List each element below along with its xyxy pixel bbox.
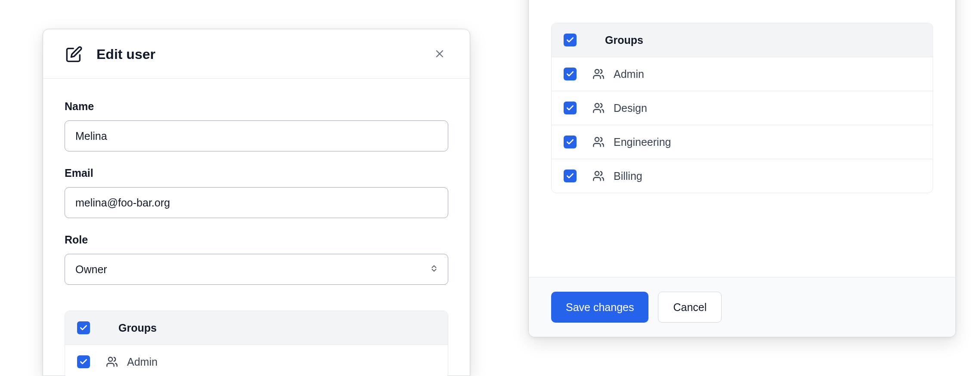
role-select[interactable]: Owner xyxy=(65,254,448,285)
users-icon xyxy=(105,355,118,368)
role-label: Role xyxy=(65,234,448,246)
name-input[interactable] xyxy=(65,120,448,151)
edit-user-dialog-scrolled: Groups Admin Design Engineering Billing xyxy=(528,0,956,337)
group-label: Admin xyxy=(614,68,644,80)
groups-table: Groups Admin Design Engineering Billing xyxy=(551,23,933,193)
email-input[interactable] xyxy=(65,187,448,218)
cancel-button[interactable]: Cancel xyxy=(658,292,722,323)
name-field-group: Name xyxy=(65,100,448,151)
dialog-body-scrolled: Groups Admin Design Engineering Billing xyxy=(529,0,955,277)
dialog-body: Name Email Role Owner xyxy=(43,79,470,376)
users-icon xyxy=(592,102,605,114)
group-label: Admin xyxy=(127,356,158,368)
groups-header-label: Groups xyxy=(118,322,157,334)
groups-header-label: Groups xyxy=(605,34,643,46)
edit-icon xyxy=(65,45,84,64)
group-checkbox[interactable] xyxy=(564,68,577,80)
dialog-title: Edit user xyxy=(96,46,155,62)
save-button[interactable]: Save changes xyxy=(551,292,648,323)
groups-row: Admin xyxy=(552,57,933,91)
role-selected-value: Owner xyxy=(75,263,107,276)
edit-user-dialog: Edit user Name Email Role Owner xyxy=(43,29,470,376)
group-label: Engineering xyxy=(614,136,671,148)
groups-row: Engineering xyxy=(552,125,933,159)
groups-select-all-checkbox[interactable] xyxy=(77,321,90,334)
group-label: Design xyxy=(614,102,647,114)
users-icon xyxy=(592,170,605,182)
groups-row: Admin xyxy=(65,345,448,376)
groups-header-row: Groups xyxy=(552,23,933,57)
users-icon xyxy=(592,136,605,148)
close-button[interactable] xyxy=(431,46,448,63)
groups-select-all-checkbox[interactable] xyxy=(564,34,577,46)
group-label: Billing xyxy=(614,170,642,182)
group-checkbox[interactable] xyxy=(564,136,577,148)
group-checkbox[interactable] xyxy=(77,355,90,368)
name-label: Name xyxy=(65,100,448,113)
email-label: Email xyxy=(65,167,448,179)
dialog-footer: Save changes Cancel xyxy=(529,277,955,337)
role-field-group: Role Owner xyxy=(65,234,448,285)
groups-table: Groups Admin xyxy=(65,311,448,376)
email-field-group: Email xyxy=(65,167,448,218)
groups-row: Design xyxy=(552,91,933,125)
group-checkbox[interactable] xyxy=(564,102,577,114)
users-icon xyxy=(592,68,605,80)
close-icon xyxy=(434,48,446,61)
dialog-header: Edit user xyxy=(43,29,470,79)
group-checkbox[interactable] xyxy=(564,170,577,182)
groups-header-row: Groups xyxy=(65,311,448,345)
groups-row: Billing xyxy=(552,159,933,193)
